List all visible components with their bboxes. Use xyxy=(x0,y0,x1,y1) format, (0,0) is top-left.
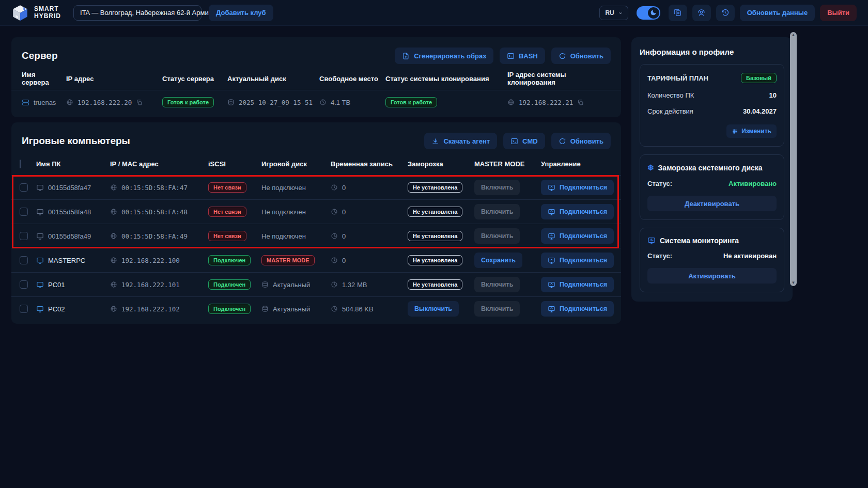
monitoring-card: Система мониторинга Статус: Не активиров… xyxy=(640,228,784,292)
game-disk-status: Актуальный xyxy=(273,305,310,313)
freeze-status-value: Активировано xyxy=(729,180,777,187)
freeze-status-badge: Не установлена xyxy=(408,207,462,217)
top-navigation-bar: SMART HYBRID ITA — Волгоград, Набережная… xyxy=(0,0,868,26)
server-table-row: truenas 192.168.222.20 Готов к работе 20… xyxy=(11,90,621,114)
history-icon-button[interactable] xyxy=(716,5,735,21)
master-mode-button[interactable]: Включить xyxy=(474,277,520,292)
computers-refresh-button[interactable]: Обновить xyxy=(551,133,611,149)
select-all-checkbox[interactable] xyxy=(20,160,21,168)
globe-icon xyxy=(66,99,73,106)
table-row: 00155d58fa48 00:15:5D:58:FA:48 Нет связи… xyxy=(11,199,621,224)
connect-monitor-icon xyxy=(548,232,555,240)
language-selector[interactable]: RU xyxy=(599,6,628,20)
pc-name: PC02 xyxy=(48,305,65,313)
documents-icon-button[interactable] xyxy=(669,5,687,21)
row-checkbox[interactable] xyxy=(20,280,28,289)
computers-panel: Игровые компьютеры Скачать агент CMD Обн… xyxy=(11,122,621,324)
vertical-scrollbar[interactable]: ▲ ▼ xyxy=(790,32,797,286)
edit-tariff-button[interactable]: Изменить xyxy=(726,124,777,138)
freeze-status-badge: Не установлена xyxy=(408,255,462,265)
freeze-off-button[interactable]: Выключить xyxy=(408,301,459,317)
brand-name: SMART HYBRID xyxy=(34,6,61,20)
pc-name: 00155d58fa47 xyxy=(48,184,91,192)
row-checkbox[interactable] xyxy=(20,256,28,264)
master-mode-button[interactable]: Включить xyxy=(474,204,520,219)
temp-record-size: 0 xyxy=(342,257,346,264)
bash-button[interactable]: BASH xyxy=(500,48,545,64)
master-mode-button[interactable]: Включить xyxy=(474,301,520,317)
iscsi-status-badge: Подключен xyxy=(208,255,251,265)
logout-button[interactable]: Выйти xyxy=(820,5,857,21)
row-checkbox[interactable] xyxy=(20,232,28,240)
pc-address: 192.168.222.102 xyxy=(121,305,180,313)
server-panel: Сервер Сгенерировать образ BASH xyxy=(11,37,621,117)
pc-address: 00:15:5D:58:FA:49 xyxy=(121,232,188,240)
temp-record-size: 504.86 KB xyxy=(342,305,374,313)
snowflake-icon: ❄ xyxy=(647,163,654,172)
server-table-header: Имя сервера IP адрес Статус сервера Акту… xyxy=(11,67,621,90)
connect-button[interactable]: Подключиться xyxy=(541,301,614,317)
tariff-card: ТАРИФНЫЙ ПЛАН Базовый Количество ПК 10 С… xyxy=(640,64,784,147)
connect-button[interactable]: Подключиться xyxy=(541,277,614,292)
pc-address: 00:15:5D:58:FA:48 xyxy=(121,208,188,216)
table-row: 00155d58fa49 00:15:5D:58:FA:49 Нет связи… xyxy=(11,224,621,248)
support-icon xyxy=(697,8,706,17)
chevron-down-icon xyxy=(617,10,624,16)
refresh-data-button[interactable]: Обновить данные xyxy=(740,5,815,21)
game-disk-status: Не подключен xyxy=(261,208,306,216)
club-selector[interactable]: ITA — Волгоград, Набережная 62-й Армии xyxy=(73,5,202,21)
globe-icon xyxy=(507,99,515,106)
master-save-button[interactable]: Сохранить xyxy=(474,253,522,268)
scroll-down-icon[interactable]: ▼ xyxy=(792,281,796,285)
monitor-icon xyxy=(36,305,44,313)
usage-pie-icon xyxy=(331,184,338,191)
tariff-label: ТАРИФНЫЙ ПЛАН xyxy=(647,74,708,82)
validity-label: Срок действия xyxy=(647,107,693,115)
iscsi-status-badge: Подключен xyxy=(208,304,251,314)
master-mode-button[interactable]: Включить xyxy=(474,180,520,195)
connect-monitor-icon xyxy=(548,208,555,216)
connect-button[interactable]: Подключиться xyxy=(541,228,614,244)
download-agent-button[interactable]: Скачать агент xyxy=(424,133,497,149)
globe-icon xyxy=(110,281,117,288)
connect-button[interactable]: Подключиться xyxy=(541,180,614,195)
temp-record-size: 0 xyxy=(342,208,346,216)
game-disk-status: Актуальный xyxy=(273,281,310,289)
cmd-button[interactable]: CMD xyxy=(503,133,545,149)
add-club-button[interactable]: Добавить клуб xyxy=(209,5,273,21)
generate-image-button[interactable]: Сгенерировать образ xyxy=(395,48,493,64)
disk-icon xyxy=(261,305,269,312)
iscsi-status-badge: Подключен xyxy=(208,279,251,290)
row-checkbox[interactable] xyxy=(20,183,28,192)
pc-count-value: 10 xyxy=(769,91,777,99)
validity-value: 30.04.2027 xyxy=(743,107,777,115)
server-refresh-button[interactable]: Обновить xyxy=(551,48,611,64)
dark-mode-toggle[interactable] xyxy=(637,6,660,20)
language-value: RU xyxy=(605,9,614,17)
tariff-badge: Базовый xyxy=(741,73,777,83)
moon-icon xyxy=(648,7,659,19)
row-checkbox[interactable] xyxy=(20,305,28,313)
master-mode-button[interactable]: Включить xyxy=(474,228,520,244)
copy-icon[interactable] xyxy=(577,99,584,106)
usage-pie-icon xyxy=(331,281,338,288)
globe-icon xyxy=(110,184,117,191)
activate-monitoring-button[interactable]: Активировать xyxy=(647,268,777,284)
connect-button[interactable]: Подключиться xyxy=(541,253,614,268)
monitoring-status-label: Статус: xyxy=(647,252,672,260)
row-checkbox[interactable] xyxy=(20,208,28,216)
pc-name: 00155d58fa49 xyxy=(48,232,91,240)
table-row: PC01 192.168.222.101 Подключен Актуальны… xyxy=(11,272,621,296)
deactivate-freeze-button[interactable]: Деактивировать xyxy=(647,196,777,211)
freeze-status-label: Статус: xyxy=(647,180,672,187)
pc-address: 192.168.222.100 xyxy=(121,257,180,264)
connect-button[interactable]: Подключиться xyxy=(541,204,614,219)
pc-name: MASTERPC xyxy=(48,257,85,264)
scroll-up-icon[interactable]: ▲ xyxy=(792,33,796,37)
computers-table-body: 00155d58fa47 00:15:5D:58:FA:47 Нет связи… xyxy=(11,175,621,321)
support-icon-button[interactable] xyxy=(692,5,711,21)
freeze-card: ❄ Заморозка системного диска Статус: Акт… xyxy=(640,154,784,220)
copy-icon[interactable] xyxy=(136,99,143,106)
pc-name: PC01 xyxy=(48,281,65,289)
game-disk-status: Не подключен xyxy=(261,184,306,192)
